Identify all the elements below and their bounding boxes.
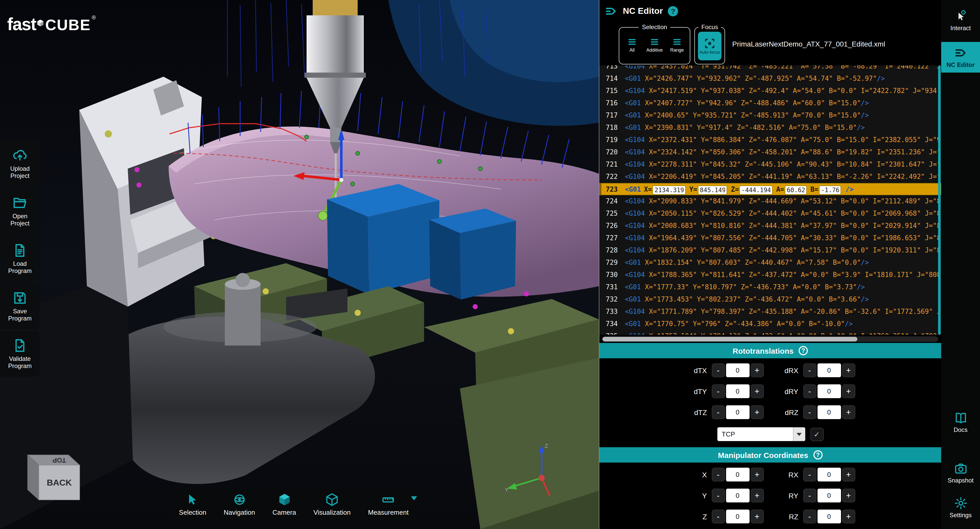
mode-item-settings[interactable]: Settings <box>941 492 980 523</box>
manipulator-help-icon[interactable]: ? <box>813 450 822 459</box>
stepper-value[interactable] <box>726 510 749 523</box>
gcode-line[interactable]: 717<G01 X="2400.65" Y="935.721" Z="-485.… <box>599 109 941 122</box>
stepper-increment[interactable]: + <box>842 384 855 398</box>
viewport[interactable]: Z Y fast CUBE ® Upload ProjectOpen Proje… <box>0 0 599 529</box>
measurement-dropdown-caret[interactable] <box>411 496 417 500</box>
gcode-line[interactable]: 726<G104 X="2008.683" Y="810.816" Z="-44… <box>599 220 941 232</box>
sidebar-item-upload-project[interactable]: Upload Project <box>0 140 40 186</box>
nc-editor-icon <box>954 46 967 60</box>
stepper-value[interactable] <box>817 363 841 377</box>
view-cube[interactable]: TOP BACK <box>27 449 84 502</box>
gcode-line[interactable]: 727<G104 X="1964.439" Y="807.556" Z="-44… <box>599 232 941 244</box>
gcode-field-a[interactable] <box>785 185 807 194</box>
stepper-increment[interactable]: + <box>750 489 764 502</box>
gcode-line[interactable]: 713<G104 X="2437.024" Y="931.742" Z="-48… <box>599 65 941 73</box>
sidebar-item-open-project[interactable]: Open Project <box>0 188 40 234</box>
selection-mode-additive[interactable]: Additive <box>645 32 664 58</box>
axis-label-z: Z <box>545 443 548 449</box>
stepper-increment[interactable]: + <box>750 384 764 398</box>
stepper-increment[interactable]: + <box>842 468 855 481</box>
stepper-increment[interactable]: + <box>842 489 855 502</box>
auto-focus-button[interactable]: Auto-focus <box>698 32 721 60</box>
auto-focus-icon <box>703 37 716 49</box>
sidebar-item-validate-program[interactable]: Validate Program <box>0 331 40 377</box>
gcode-line[interactable]: 719<G104 X="2372.431" Y="886.384" Z="-47… <box>599 134 941 146</box>
stepper-increment[interactable]: + <box>842 510 855 523</box>
toolbar-item-visualization[interactable]: Visualization <box>313 493 351 516</box>
stepper-value[interactable] <box>726 405 749 419</box>
rototranslations-help-icon[interactable]: ? <box>799 346 808 355</box>
gcode-line[interactable]: 729<G01 X="1832.154" Y="807.603" Z="-440… <box>599 257 941 269</box>
gcode-line[interactable]: 720<G104 X="2324.142" Y="850.306" Z="-45… <box>599 146 941 158</box>
stepper-decrement[interactable]: - <box>711 363 725 377</box>
gcode-line[interactable]: 731<G01 X="1777.33" Y="810.797" Z="-436.… <box>599 281 941 293</box>
selection-mode-all[interactable]: All <box>622 32 642 58</box>
stepper-value[interactable] <box>726 489 749 502</box>
toolbar-item-selection[interactable]: Selection <box>179 493 207 516</box>
stepper-decrement[interactable]: - <box>711 468 725 481</box>
stepper-value[interactable] <box>817 384 841 398</box>
stepper-value[interactable] <box>817 510 841 523</box>
stepper-value[interactable] <box>726 384 749 398</box>
stepper-decrement[interactable]: - <box>711 405 725 419</box>
mode-item-docs[interactable]: Docs <box>941 407 980 438</box>
stepper-decrement[interactable]: - <box>711 384 725 398</box>
stepper-value[interactable] <box>817 468 841 481</box>
gcode-line[interactable]: 728<G104 X="1876.209" Y="807.485" Z="-44… <box>599 244 941 257</box>
gcode-line[interactable]: 735<G104 X="1757.104" Y="794.13" Z="-433… <box>599 330 941 335</box>
gcode-line[interactable]: 716<G01 X="2407.727" Y="942.96" Z="-488.… <box>599 97 941 109</box>
gcode-line[interactable]: 715<G104 X="2417.519" Y="937.038" Z="-49… <box>599 85 941 97</box>
stepper-decrement[interactable]: - <box>803 363 816 377</box>
sidebar-item-save-program[interactable]: Save Program <box>0 283 40 329</box>
gcode-line[interactable]: 718<G01 X="2390.831" Y="917.4" Z="-482.5… <box>599 122 941 134</box>
gcode-tag: <G104 <box>625 246 645 254</box>
stepper-value[interactable] <box>726 363 749 377</box>
stepper-decrement[interactable]: - <box>803 489 816 502</box>
gcode-line[interactable]: 732<G01 X="1773.453" Y="802.237" Z="-436… <box>599 293 941 306</box>
gcode-field-b[interactable] <box>819 185 841 194</box>
gcode-line[interactable]: 721<G104 X="2278.311" Y="845.32" Z="-445… <box>599 158 941 171</box>
reference-frame-select[interactable]: TCP <box>717 427 805 441</box>
toolbar-item-navigation[interactable]: Navigation <box>224 493 255 516</box>
stepper-decrement[interactable]: - <box>711 489 725 502</box>
stepper-value[interactable] <box>817 405 841 419</box>
gcode-line[interactable]: 733<G104 X="1771.789" Y="798.397" Z="-43… <box>599 306 941 318</box>
gcode-hscrollbar[interactable] <box>602 336 938 342</box>
gcode-line[interactable]: 730<G104 X="1788.365" Y="811.641" Z="-43… <box>599 269 941 281</box>
selection-mode-range[interactable]: Range <box>667 32 687 58</box>
stepper-value[interactable] <box>726 468 749 481</box>
mode-item-nc-editor[interactable]: NC Editor <box>941 42 980 73</box>
apply-reference-button[interactable]: ✓ <box>810 427 823 441</box>
stepper-decrement[interactable]: - <box>803 384 816 398</box>
panel-collapse-icon[interactable] <box>605 5 618 18</box>
toolbar-item-measurement[interactable]: Measurement <box>368 493 409 516</box>
gcode-field-x[interactable] <box>652 185 686 194</box>
stepper-increment[interactable]: + <box>750 405 764 419</box>
gcode-line[interactable]: 734<G01 X="1770.75" Y="796" Z="-434.386"… <box>599 318 941 330</box>
mode-item-interact[interactable]: Interact <box>941 5 980 36</box>
toolbar-item-camera[interactable]: Camera <box>272 493 296 516</box>
hscrollbar-thumb[interactable] <box>602 337 858 341</box>
nc-editor-help-icon[interactable]: ? <box>668 6 678 16</box>
stepper-increment[interactable]: + <box>750 363 764 377</box>
stepper-increment[interactable]: + <box>842 363 855 377</box>
stepper-decrement[interactable]: - <box>803 468 816 481</box>
stepper-decrement[interactable]: - <box>711 510 725 523</box>
stepper-increment[interactable]: + <box>750 468 764 481</box>
mode-item-snapshot[interactable]: Snapshot <box>941 457 980 488</box>
gcode-line[interactable]: 722<G104 X="2206.419" Y="845.205" Z="-44… <box>599 171 941 183</box>
gcode-vscrollbar[interactable] <box>938 65 941 335</box>
gcode-line-selected[interactable]: 723<G01X=Y=Z=A=B= /> <box>599 183 941 195</box>
gcode-tag: /> <box>861 295 869 303</box>
sidebar-item-load-program[interactable]: Load Program <box>0 236 40 282</box>
stepper-decrement[interactable]: - <box>803 510 816 523</box>
gcode-line[interactable]: 724<G104 X="2090.833" Y="841.979" Z="-44… <box>599 195 941 207</box>
stepper-value[interactable] <box>817 489 841 502</box>
stepper-decrement[interactable]: - <box>803 405 816 419</box>
stepper-increment[interactable]: + <box>842 405 855 419</box>
gcode-line[interactable]: 725<G104 X="2050.115" Y="826.529" Z="-44… <box>599 207 941 220</box>
gcode-line[interactable]: 714<G01 X="2426.747" Y="932.962" Z="-487… <box>599 73 941 85</box>
gcode-field-z[interactable] <box>739 185 773 194</box>
stepper-increment[interactable]: + <box>750 510 764 523</box>
gcode-field-y[interactable] <box>698 185 727 194</box>
